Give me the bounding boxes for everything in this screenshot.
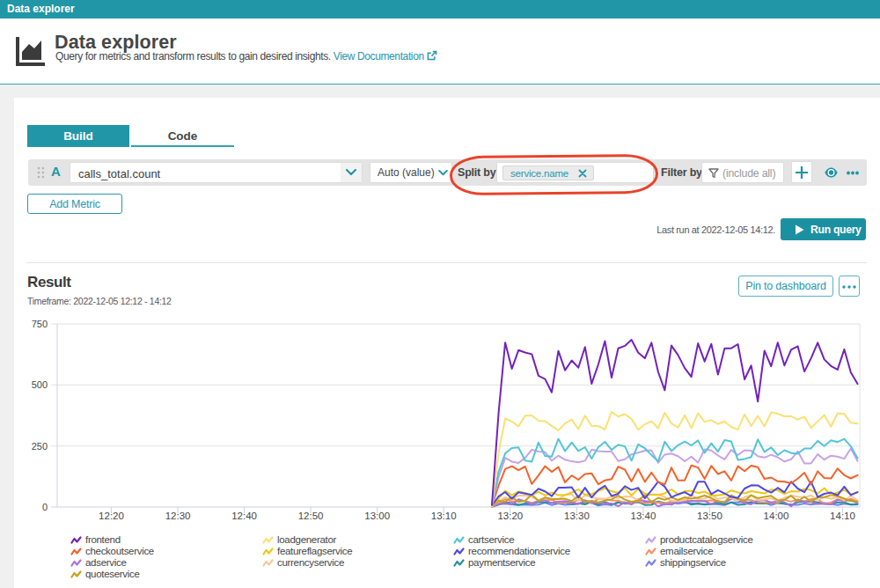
svg-text:13:30: 13:30 [564,511,590,521]
svg-text:0: 0 [42,502,48,512]
svg-text:13:50: 13:50 [697,511,722,521]
svg-text:13:20: 13:20 [497,511,523,521]
svg-text:500: 500 [32,379,48,390]
svg-text:13:00: 13:00 [364,511,390,521]
svg-text:12:50: 12:50 [298,511,324,521]
svg-text:12:40: 12:40 [231,511,257,521]
svg-text:750: 750 [32,319,48,329]
svg-text:14:10: 14:10 [830,511,855,521]
svg-text:13:40: 13:40 [631,511,656,521]
svg-text:12:30: 12:30 [165,511,191,521]
svg-text:250: 250 [32,441,48,452]
svg-text:14:00: 14:00 [764,511,789,521]
svg-text:12:20: 12:20 [99,511,124,521]
svg-text:13:10: 13:10 [431,511,457,521]
